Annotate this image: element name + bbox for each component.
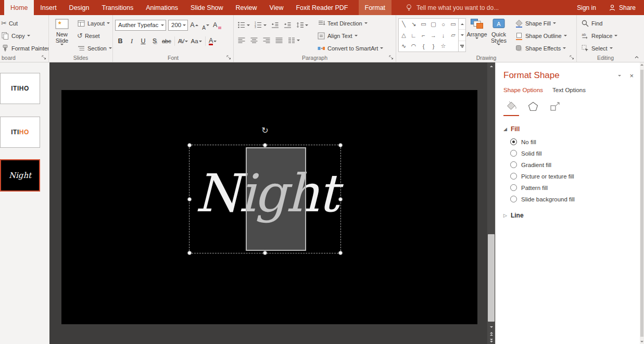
pattern-fill-option[interactable]: Pattern fill [510,184,640,191]
resize-handle-top-right[interactable] [338,143,343,147]
copy-button[interactable]: Copy [0,30,49,42]
shapes-gallery-up-button[interactable] [459,19,465,30]
quick-styles-button[interactable]: A Quick Styles [488,16,510,47]
radio-selected-icon[interactable] [510,138,517,145]
solid-fill-option[interactable]: Solid fill [510,150,640,157]
next-slide-button[interactable] [487,337,495,344]
rotate-handle-icon[interactable]: ↻ [261,126,268,135]
tab-animations[interactable]: Animations [140,0,184,15]
resize-handle-middle-left[interactable] [187,197,192,201]
text-direction-button[interactable]: Text Direction [315,17,385,29]
share-button[interactable]: Share [609,4,636,11]
font-dialog-launcher[interactable] [225,54,232,61]
format-painter-button[interactable]: Format Painter [0,42,49,54]
shape-rounded-rectangle-icon[interactable]: ▢ [428,19,438,30]
shape-arrow-right-icon[interactable]: → [428,30,438,41]
justify-button[interactable] [273,34,285,46]
slide-background-fill-option[interactable]: Slide background fill [510,196,640,202]
resize-handle-middle-right[interactable] [338,197,343,201]
replace-button[interactable]: ab Replace [579,30,620,42]
resize-handle-bottom-right[interactable] [338,251,343,255]
canvas-scrollbar[interactable] [487,62,495,344]
radio-icon[interactable] [510,161,517,168]
line-section-header[interactable]: ▷ Line [503,212,640,219]
previous-slide-button[interactable] [487,330,495,337]
pane-scroll-down-button[interactable] [640,341,644,342]
slide-thumbnail-3-selected[interactable]: Night [0,159,40,192]
drawing-dialog-launcher[interactable] [569,54,575,61]
decrease-indent-button[interactable] [269,19,281,31]
shape-star-icon[interactable]: ☆ [438,41,448,52]
tab-transitions[interactable]: Transitions [96,0,140,15]
shape-triangle-icon[interactable]: △ [399,30,409,41]
increase-font-size-button[interactable]: A [189,19,199,31]
slide-thumbnail-1[interactable]: ITIHO [0,73,40,104]
character-spacing-button[interactable]: AV [177,35,189,47]
line-spacing-button[interactable] [294,19,310,31]
tab-foxit-reader-pdf[interactable]: Foxit Reader PDF [289,0,354,15]
shapes-gallery-down-button[interactable] [459,30,465,41]
shape-rectangle-icon[interactable]: ▭ [419,19,428,30]
shape-line-icon[interactable]: ╲ [399,19,409,30]
shape-brace-left-icon[interactable]: { [419,41,428,52]
tab-text-options[interactable]: Text Options [552,87,586,93]
pane-scrollbar[interactable] [640,62,644,344]
columns-button[interactable] [286,34,301,46]
close-pane-button[interactable]: × [629,72,634,80]
radio-icon[interactable] [510,184,517,191]
fill-and-line-category-icon[interactable] [503,100,519,116]
canvas-scroll-up-button[interactable] [487,62,495,70]
size-properties-category-icon[interactable] [547,100,563,116]
shape-effects-button[interactable]: Shape Effects [513,42,569,54]
shape-rectangle2-icon[interactable]: ▭ [448,19,458,30]
paragraph-dialog-launcher[interactable] [388,54,395,61]
no-fill-option[interactable]: No fill [510,138,640,145]
shape-arrow-icon[interactable]: ↘ [409,19,419,30]
italic-button[interactable]: I [127,35,137,47]
effects-category-icon[interactable] [525,100,541,116]
tab-design[interactable]: Design [63,0,96,15]
canvas-scrollbar-thumb[interactable] [488,234,495,322]
radio-icon[interactable] [510,196,517,202]
canvas-scroll-down-button[interactable] [487,324,495,330]
slide-thumbnail-2[interactable]: ITIHO [0,117,40,148]
shape-brace-right-icon[interactable]: } [428,41,438,52]
align-center-button[interactable] [248,34,260,46]
slide-canvas[interactable]: Night ↻ [49,62,487,344]
strikethrough-button[interactable]: abc [161,35,172,47]
shape-right-angle-icon[interactable]: ∟ [409,30,419,41]
font-color-button[interactable]: A [208,35,218,47]
resize-handle-bottom-middle[interactable] [263,251,267,255]
pane-scroll-up-button[interactable] [640,64,644,66]
underline-button[interactable]: U [138,35,148,47]
tab-home[interactable]: Home [4,0,34,15]
align-text-button[interactable]: Align Text [315,30,385,42]
font-size-combo[interactable]: 200 [168,20,188,31]
reset-button[interactable]: ↺ Reset [75,30,114,42]
collapse-ribbon-button[interactable] [634,54,640,60]
shape-outline-button[interactable]: Shape Outline [513,30,569,42]
change-case-button[interactable]: Aa [190,35,203,47]
font-name-combo[interactable]: Auther Typefac [115,20,166,31]
layout-button[interactable]: Layout [75,17,114,29]
tab-shape-options[interactable]: Shape Options [503,87,543,93]
slide[interactable]: Night ↻ [61,90,477,324]
cut-button[interactable]: ✂ Cut [0,17,49,29]
tab-view[interactable]: View [263,0,290,15]
shape-oval-icon[interactable]: ○ [438,19,448,30]
clear-formatting-button[interactable]: A [212,19,222,31]
shape-corner-icon[interactable]: ⌐ [419,30,428,41]
text-shadow-button[interactable]: S [149,35,160,47]
tab-slide-show[interactable]: Slide Show [184,0,230,15]
clipboard-dialog-launcher[interactable] [41,54,47,61]
tell-me-box[interactable]: Tell me what you want to do... [405,0,499,15]
sign-in-link[interactable]: Sign in [577,4,596,11]
shape-fill-button[interactable]: Shape Fill [513,17,569,29]
select-button[interactable]: Select [579,42,620,54]
section-button[interactable]: Section [75,42,114,54]
shape-curve-icon[interactable]: ∿ [399,41,409,52]
shape-parallelogram-icon[interactable]: ▱ [448,30,458,41]
find-button[interactable]: Find [579,17,620,29]
tab-insert[interactable]: Insert [34,0,62,15]
align-left-button[interactable] [236,34,247,46]
